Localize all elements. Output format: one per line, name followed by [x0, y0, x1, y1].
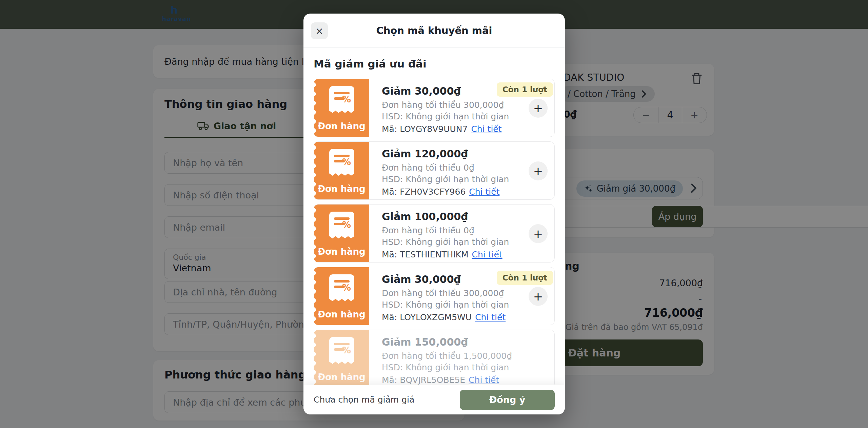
coupon-card[interactable]: % Đơn hàng Giảm 30,000₫ Đơn hàng tối thi… [314, 79, 555, 137]
coupon-type-label: Đơn hàng [314, 184, 369, 194]
coupon-stub: % Đơn hàng [314, 330, 369, 388]
coupon-stub: % Đơn hàng [314, 205, 369, 262]
coupon-stub: % Đơn hàng [314, 267, 369, 325]
add-coupon-button[interactable]: + [529, 287, 548, 306]
coupon-type-label: Đơn hàng [314, 121, 369, 131]
coupon-detail-link[interactable]: Chi tiết [469, 187, 499, 197]
receipt-icon: % [329, 86, 354, 115]
coupon-title: Giảm 150,000₫ [382, 336, 468, 348]
coupon-section-title: Mã giảm giá ưu đãi [314, 58, 555, 70]
modal-body: Mã giảm giá ưu đãi % Đơn hàng Giảm 30,00… [303, 47, 565, 388]
add-coupon-button[interactable]: + [529, 161, 548, 180]
coupon-card[interactable]: % Đơn hàng Giảm 120,000₫ Đơn hàng tối th… [314, 141, 555, 200]
coupon-type-label: Đơn hàng [314, 247, 369, 257]
coupon-expiry: HSD: Không giới hạn thời gian [382, 112, 509, 121]
coupon-code-line: Mã: LOYGY8V9UUN7Chi tiết [382, 124, 502, 134]
coupon-title: Giảm 30,000₫ [382, 85, 461, 97]
modal-title: Chọn mã khuyến mãi [303, 14, 565, 47]
coupon-title: Giảm 100,000₫ [382, 211, 468, 222]
modal-header: × Chọn mã khuyến mãi [303, 14, 565, 47]
selection-status-text: Chưa chọn mã giảm giá [314, 395, 414, 405]
coupon-card[interactable]: % Đơn hàng Giảm 150,000₫ Đơn hàng tối th… [314, 330, 555, 388]
coupon-type-label: Đơn hàng [314, 309, 369, 319]
receipt-icon: % [329, 274, 354, 304]
modal-footer: Chưa chọn mã giảm giá Đồng ý [303, 385, 565, 414]
coupon-title: Giảm 120,000₫ [382, 148, 468, 160]
coupon-stub: % Đơn hàng [314, 79, 369, 137]
promo-code-modal: × Chọn mã khuyến mãi Mã giảm giá ưu đãi … [303, 14, 565, 414]
coupon-expiry: HSD: Không giới hạn thời gian [382, 174, 509, 184]
coupon-expiry: HSD: Không giới hạn thời gian [382, 237, 509, 247]
receipt-icon: % [329, 149, 354, 178]
add-coupon-button[interactable]: + [529, 99, 548, 118]
remaining-uses-badge: Còn 1 lượt [497, 271, 553, 285]
coupon-detail-link[interactable]: Chi tiết [469, 375, 499, 385]
coupon-title: Giảm 30,000₫ [382, 273, 461, 285]
coupon-stub: % Đơn hàng [314, 142, 369, 199]
confirm-button[interactable]: Đồng ý [460, 390, 555, 410]
receipt-icon: % [329, 337, 354, 366]
coupon-expiry: HSD: Không giới hạn thời gian [382, 300, 509, 310]
coupon-code-line: Mã: FZH0V3CFY966Chi tiết [382, 187, 499, 197]
coupon-detail-link[interactable]: Chi tiết [475, 312, 506, 322]
receipt-icon: % [329, 212, 354, 241]
coupon-condition: Đơn hàng tối thiểu 300,000₫ [382, 288, 504, 298]
remaining-uses-badge: Còn 1 lượt [497, 82, 553, 97]
coupon-condition: Đơn hàng tối thiểu 0₫ [382, 226, 474, 235]
add-coupon-button[interactable]: + [529, 224, 548, 243]
coupon-expiry: HSD: Không giới hạn thời gian [382, 363, 509, 372]
coupon-card[interactable]: % Đơn hàng Giảm 30,000₫ Đơn hàng tối thi… [314, 267, 555, 325]
coupon-code-line: Mã: LOYLOXZGM5WUChi tiết [382, 312, 506, 322]
coupon-detail-link[interactable]: Chi tiết [471, 124, 501, 134]
coupon-condition: Đơn hàng tối thiểu 1,500,000₫ [382, 351, 512, 361]
coupon-code-line: Mã: TESTHIENTHIKMChi tiết [382, 250, 502, 259]
coupon-list: % Đơn hàng Giảm 30,000₫ Đơn hàng tối thi… [314, 79, 555, 388]
coupon-card[interactable]: % Đơn hàng Giảm 100,000₫ Đơn hàng tối th… [314, 204, 555, 262]
coupon-detail-link[interactable]: Chi tiết [472, 250, 502, 259]
coupon-code-line: Mã: BQVJRL5OBE5EChi tiết [382, 375, 499, 385]
coupon-condition: Đơn hàng tối thiểu 0₫ [382, 163, 474, 173]
coupon-condition: Đơn hàng tối thiểu 300,000₫ [382, 100, 504, 110]
coupon-type-label: Đơn hàng [314, 372, 369, 382]
